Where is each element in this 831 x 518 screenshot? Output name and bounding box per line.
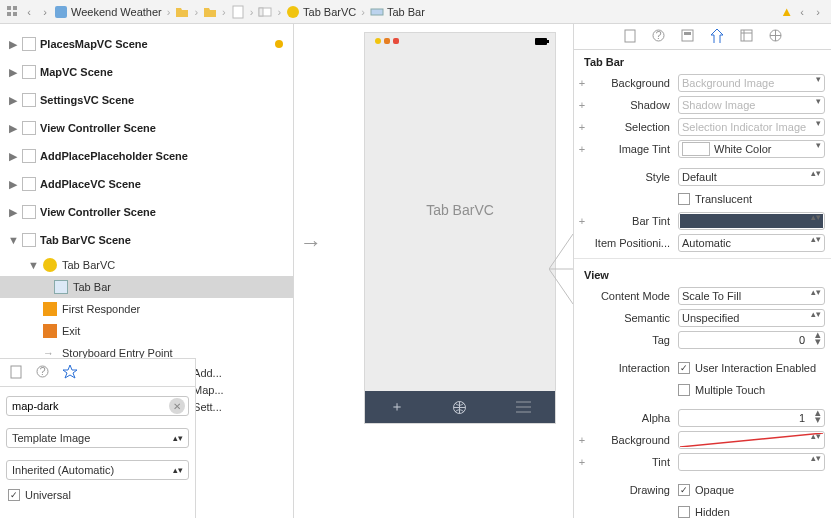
svg-rect-1 [13, 6, 17, 10]
scene-row[interactable]: ▼Tab BarVC Scene [0, 226, 293, 254]
jump-forward-icon[interactable]: › [38, 5, 52, 19]
outline-item-selected[interactable]: Tab Bar [0, 276, 293, 298]
jump-aux-forward-icon[interactable]: › [811, 5, 825, 19]
svg-line-23 [680, 433, 823, 447]
tabbar-item-menu[interactable] [492, 391, 555, 423]
hidden-checkbox[interactable]: Hidden [678, 506, 825, 518]
universal-checkbox[interactable]: ✓Universal [0, 483, 195, 507]
svg-rect-16 [625, 30, 635, 42]
scene-row[interactable]: ▶MapVC Scene [0, 58, 293, 86]
identity-inspector-icon[interactable] [681, 29, 694, 44]
view-background-color[interactable]: ▴▾ [678, 431, 825, 449]
jump-crumb-label: Tab BarVC [303, 6, 356, 18]
jump-crumb-tabbar[interactable]: Tab Bar [370, 5, 425, 19]
scene-row[interactable]: ▶View Controller Scene [0, 114, 293, 142]
multiple-touch-checkbox[interactable]: Multiple Touch [678, 384, 825, 396]
segue-fanout-icon [549, 234, 573, 304]
svg-rect-0 [7, 6, 11, 10]
svg-rect-20 [684, 32, 691, 35]
battery-icon [535, 38, 549, 45]
scene-row[interactable]: ▶View Controller Scene [0, 198, 293, 226]
jump-back-icon[interactable]: ‹ [22, 5, 36, 19]
jump-crumb-label: Tab Bar [387, 6, 425, 18]
tabbar-icon [54, 280, 68, 294]
image-tint-select[interactable]: White Color▾ [678, 140, 825, 158]
scene-row[interactable]: ▶AddPlacePlaceholder Scene [0, 142, 293, 170]
content-mode-select[interactable]: Scale To Fill▴▾ [678, 287, 825, 305]
jump-crumb-tabvc[interactable]: Tab BarVC [286, 5, 356, 19]
svg-rect-4 [55, 6, 67, 18]
jump-grid-icon[interactable] [6, 5, 20, 19]
help-inspector-icon[interactable]: ? [652, 29, 665, 44]
jump-crumb-file[interactable] [231, 5, 245, 19]
scene-preview[interactable]: Tab BarVC ＋ [364, 32, 556, 424]
file-tab-icon[interactable] [10, 365, 22, 381]
rendering-select[interactable]: Template Image▴▾ [6, 428, 189, 448]
selection-image-select[interactable]: Selection Indicator Image▾ [678, 118, 825, 136]
svg-rect-7 [259, 8, 263, 16]
help-tab-icon[interactable]: ? [36, 365, 49, 380]
jump-crumb-folder[interactable] [175, 5, 189, 19]
svg-point-8 [287, 6, 299, 18]
svg-rect-5 [233, 6, 243, 18]
svg-rect-9 [371, 9, 383, 15]
scene-row[interactable]: ▶SettingsVC Scene [0, 86, 293, 114]
scene-row[interactable]: ▶PlacesMapVC Scene [0, 30, 293, 58]
svg-text:?: ? [655, 29, 661, 41]
translucent-checkbox[interactable]: Translucent [678, 193, 825, 205]
scene-title: Tab BarVC [365, 202, 555, 218]
file-inspector-icon[interactable] [624, 29, 636, 45]
svg-rect-2 [7, 12, 11, 16]
bar-tint-color[interactable]: ▴▾ [678, 212, 825, 230]
jump-aux-back-icon[interactable]: ‹ [795, 5, 809, 19]
warning-icon[interactable]: ▲ [780, 4, 793, 19]
preview-tabbar[interactable]: ＋ [365, 391, 555, 423]
inspector-tabs: ? [574, 24, 831, 50]
jump-crumb-storyboard[interactable] [258, 5, 272, 19]
outline-item[interactable]: Exit [0, 320, 293, 342]
section-header: View [574, 263, 831, 285]
connections-inspector-icon[interactable] [769, 29, 782, 44]
svg-rect-19 [682, 30, 693, 41]
tag-stepper[interactable]: 0▴▾ [678, 331, 825, 349]
svg-text:?: ? [39, 365, 45, 377]
jump-crumb-label: Weekend Weather [71, 6, 162, 18]
clear-icon[interactable]: ✕ [169, 398, 185, 414]
user-interaction-checkbox[interactable]: ✓User Interaction Enabled [678, 362, 825, 374]
jump-crumb-folder2[interactable] [203, 5, 217, 19]
tabbar-item-add[interactable]: ＋ [365, 391, 428, 423]
warning-dot-icon [275, 40, 283, 48]
status-bar [365, 33, 555, 49]
svg-rect-14 [547, 40, 549, 43]
attribute-tabs: ? [0, 359, 195, 387]
exit-icon [43, 324, 57, 338]
document-outline: ▶PlacesMapVC Scene ▶MapVC Scene ▶Setting… [0, 24, 294, 518]
attributes-inspector-icon[interactable] [710, 29, 724, 45]
background-image-select[interactable]: Background Image▾ [678, 74, 825, 92]
opaque-checkbox[interactable]: ✓Opaque [678, 484, 825, 496]
outline-item[interactable]: First Responder [0, 298, 293, 320]
svg-rect-21 [741, 30, 752, 41]
alpha-stepper[interactable]: 1▴▾ [678, 409, 825, 427]
item-positioning-select[interactable]: Automatic▴▾ [678, 234, 825, 252]
scene-row[interactable]: ▶AddPlaceVC Scene [0, 170, 293, 198]
segue-arrow-icon: → [300, 230, 322, 256]
attributes-tab-icon[interactable] [63, 365, 77, 381]
svg-rect-10 [11, 366, 21, 378]
svg-rect-3 [13, 12, 17, 16]
semantic-select[interactable]: Unspecified▴▾ [678, 309, 825, 327]
inspector-panel: ? Tab Bar +Background Background Image▾ … [573, 24, 831, 518]
tabcontroller-icon [43, 258, 57, 272]
asset-attribute-panel: ? ✕ Template Image▴▾ Inherited (Automati… [0, 358, 196, 518]
interface-builder-canvas[interactable]: → Tab BarVC ＋ [294, 24, 573, 518]
outline-item[interactable]: ▼Tab BarVC [0, 254, 293, 276]
size-inspector-icon[interactable] [740, 29, 753, 44]
shadow-image-select[interactable]: Shadow Image▾ [678, 96, 825, 114]
jump-bar: ‹ › Weekend Weather › › › › › Tab BarVC … [0, 0, 831, 24]
trait-select[interactable]: Inherited (Automatic)▴▾ [6, 460, 189, 480]
tabbar-item-globe[interactable] [428, 391, 491, 423]
asset-name-input[interactable] [6, 396, 189, 416]
jump-crumb-project[interactable]: Weekend Weather [54, 5, 162, 19]
view-tint-color[interactable]: ▴▾ [678, 453, 825, 471]
style-select[interactable]: Default▴▾ [678, 168, 825, 186]
